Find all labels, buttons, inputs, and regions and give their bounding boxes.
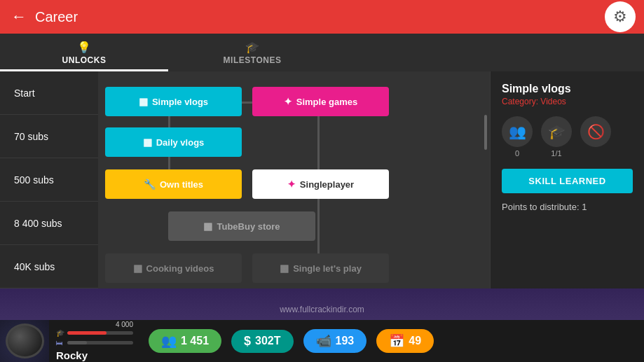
stat-money: $ 302T: [231, 330, 293, 353]
header: ← Career ⚙: [0, 0, 644, 34]
row-label-8400subs: 8 400 subs: [0, 202, 98, 245]
node-own-titles[interactable]: 🔧 Own titles: [105, 169, 242, 199]
panel-title: Simple vlogs: [502, 83, 633, 95]
node-tubebuy-store[interactable]: ▦ TubeBuy store: [168, 211, 315, 241]
xp-bar-row-1: 🎓: [56, 329, 133, 337]
scrollbar[interactable]: [484, 115, 487, 150]
connector-h1: [242, 102, 252, 104]
xp-bar-icon-2: 🛏: [56, 339, 64, 347]
player-avatar: [0, 320, 49, 362]
panel-icon-film: 🚫: [580, 116, 611, 158]
node-daily-vlogs-label: Daily vlogs: [156, 137, 205, 148]
right-panel: Simple vlogs Category: Videos 👥 0 🎓 1/1 …: [490, 71, 644, 288]
group-icon: 👥: [502, 116, 533, 147]
node-tubebuy-label: TubeBuy store: [217, 221, 280, 232]
xp-bar-fill-2: [67, 341, 87, 344]
node-simple-games-label: Simple games: [296, 97, 357, 107]
row-label-40ksubs: 40K subs: [0, 245, 98, 288]
xp-bars: 🎓 🛏: [56, 329, 133, 347]
node-singleplayer[interactable]: ✦ Singleplayer: [252, 169, 389, 199]
money-value: 302T: [255, 335, 280, 347]
graduation-icon: 🎓: [541, 116, 572, 147]
calendar-value: 49: [409, 335, 421, 347]
panel-icon-graduation: 🎓 1/1: [541, 116, 572, 158]
row-label-500subs: 500 subs: [0, 158, 98, 202]
film-icon: 🚫: [580, 116, 611, 147]
video-icon: 📹: [316, 333, 331, 349]
node-simple-games-icon: ✦: [284, 96, 292, 107]
subs-icon: 👥: [161, 333, 177, 349]
node-simple-vlogs-label: Simple vlogs: [152, 97, 208, 107]
unlocks-icon: 💡: [77, 41, 92, 54]
bottom-bar: 4 000 🎓 🛏 Rocky 👥 1 451 $ 302T: [0, 320, 644, 362]
node-singleplayer-label: Singleplayer: [300, 179, 354, 190]
gear-icon: ⚙: [613, 8, 627, 26]
stat-calendar: 📅 49: [376, 329, 434, 353]
node-lets-play-icon: ▦: [280, 263, 289, 274]
panel-icon-graduation-value: 1/1: [551, 149, 561, 158]
tab-unlocks-label: UNLOCKS: [62, 55, 107, 65]
node-cooking-icon: ▦: [133, 263, 142, 274]
main-content: Start 70 subs 500 subs 8 400 subs 40K su…: [0, 71, 644, 288]
xp-bar-icon-1: 🎓: [56, 329, 64, 337]
node-cooking-videos[interactable]: ▦ Cooking videos: [105, 253, 242, 283]
row-label-70subs: 70 subs: [0, 115, 98, 158]
node-tubebuy-icon: ▦: [203, 221, 212, 232]
video-value: 193: [336, 335, 355, 347]
money-icon: $: [244, 334, 251, 349]
node-lets-play-label: Single let's play: [293, 263, 362, 274]
camera-lens: [6, 323, 44, 358]
watermark: www.fullcrackindir.com: [280, 305, 364, 314]
player-info: 4 000 🎓 🛏 Rocky: [49, 321, 140, 361]
xp-bar-bg-2: [67, 341, 133, 344]
node-daily-vlogs-icon: ▦: [143, 137, 152, 148]
node-simple-games[interactable]: ✦ Simple games: [252, 87, 389, 116]
panel-icons-row: 👥 0 🎓 1/1 🚫: [502, 116, 633, 158]
page-title: Career: [35, 9, 633, 25]
skill-tree: ▦ Simple vlogs ✦ Simple games ▦ Daily vl…: [98, 71, 490, 288]
settings-button[interactable]: ⚙: [605, 1, 636, 32]
node-singleplayer-icon: ✦: [287, 179, 296, 190]
subs-value: 1 451: [181, 335, 209, 347]
row-label-start: Start: [0, 71, 98, 115]
node-simple-vlogs-icon: ▦: [139, 96, 148, 107]
milestones-icon: 🎓: [245, 41, 260, 54]
tab-milestones[interactable]: 🎓 MILESTONES: [168, 34, 336, 71]
row-labels: Start 70 subs 500 subs 8 400 subs 40K su…: [0, 71, 98, 288]
panel-icon-group-value: 0: [515, 149, 519, 158]
tab-unlocks[interactable]: 💡 UNLOCKS: [0, 34, 168, 71]
xp-value: 4 000: [116, 321, 133, 328]
player-name: Rocky: [56, 349, 133, 361]
xp-bar-row-2: 🛏: [56, 339, 133, 347]
connector-v4: [317, 196, 320, 239]
node-daily-vlogs[interactable]: ▦ Daily vlogs: [105, 127, 242, 157]
node-single-lets-play[interactable]: ▦ Single let's play: [252, 253, 389, 283]
skill-learned-button[interactable]: SKILL LEARNED: [502, 169, 633, 193]
stat-video: 📹 193: [303, 329, 367, 353]
xp-bar-fill-1: [67, 331, 107, 335]
calendar-icon: 📅: [389, 333, 404, 349]
back-button[interactable]: ←: [11, 8, 27, 26]
node-own-titles-label: Own titles: [160, 179, 203, 190]
panel-category: Category: Videos: [502, 97, 633, 106]
stat-subs: 👥 1 451: [149, 329, 221, 353]
tab-bar: 💡 UNLOCKS 🎓 MILESTONES: [0, 34, 644, 71]
node-cooking-label: Cooking videos: [146, 263, 214, 274]
xp-bar-bg-1: [67, 331, 133, 335]
points-to-distribute: Points to distribute: 1: [502, 202, 633, 212]
panel-icon-group: 👥 0: [502, 116, 533, 158]
stat-badges: 👥 1 451 $ 302T 📹 193 📅 49: [140, 325, 644, 357]
node-simple-vlogs[interactable]: ▦ Simple vlogs: [105, 87, 242, 116]
node-own-titles-icon: 🔧: [144, 179, 156, 190]
tab-milestones-label: MILESTONES: [224, 55, 282, 65]
